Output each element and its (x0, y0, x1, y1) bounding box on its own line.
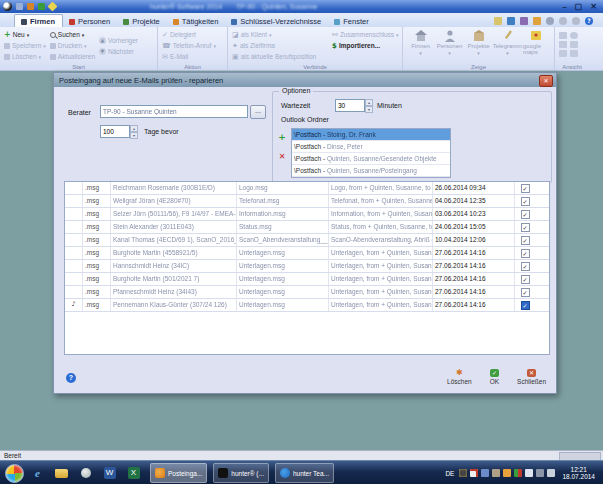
menu-tab[interactable]: Projekte (117, 15, 167, 27)
statistics-icon[interactable] (507, 17, 515, 25)
ok-button[interactable]: ✓ OK (490, 369, 499, 385)
table-row[interactable]: .msg Pfanneschmidt Heinz (34I43) Unterla… (65, 286, 549, 299)
cell-checkbox[interactable] (515, 182, 535, 194)
tray-icon[interactable] (492, 469, 500, 477)
email-button[interactable]: ✉E-Mail (162, 51, 224, 62)
filter-view-icon[interactable] (570, 50, 578, 57)
quick-access-new-icon[interactable] (38, 3, 45, 10)
menu-tab[interactable]: Schlüssel-Verzeichnisse (225, 15, 328, 27)
shield-icon[interactable] (503, 469, 511, 477)
search-icon[interactable] (546, 17, 554, 25)
spin-down-icon[interactable]: ▾ (130, 132, 138, 139)
table-row[interactable]: ♪ .msg Pennemann Klaus-Günter (307/24 12… (65, 299, 549, 312)
als-zielfirma-button[interactable]: ✦als Zielfirma (232, 40, 328, 51)
tage-field[interactable] (100, 125, 130, 138)
contacts-icon[interactable] (520, 17, 528, 25)
user-icon[interactable] (572, 17, 580, 25)
notes-icon[interactable] (494, 17, 502, 25)
cell-checkbox[interactable] (515, 273, 535, 285)
cell-checkbox[interactable] (515, 208, 535, 220)
delegiert-button[interactable]: ✓Delegiert (162, 29, 224, 40)
vorheriger-button[interactable]: ▲Vorheriger (99, 35, 138, 46)
dialog-close-icon[interactable]: ✕ (539, 75, 553, 87)
neu-button[interactable]: +Neu▾ (4, 29, 46, 40)
cell-checkbox[interactable] (515, 221, 535, 233)
cell-checkbox[interactable] (515, 247, 535, 259)
browse-button[interactable]: ... (250, 105, 266, 119)
cell-checkbox[interactable] (515, 260, 535, 272)
word-icon[interactable]: W (102, 466, 117, 481)
start-button[interactable] (5, 464, 24, 483)
loeschen-button[interactable]: Löschen▾ (4, 51, 46, 62)
folder-item[interactable]: \Postfach - Dinse, Peter (292, 141, 450, 153)
naechster-button[interactable]: ▼Nächster (99, 46, 138, 57)
tage-spinner[interactable]: ▴▾ (100, 125, 138, 139)
volume-icon[interactable] (547, 469, 555, 477)
tray-icon[interactable] (459, 469, 467, 477)
network-icon[interactable] (536, 469, 544, 477)
cell-checkbox[interactable] (515, 234, 535, 246)
card-view-icon[interactable] (559, 50, 567, 57)
als-klient-button[interactable]: ◪als Klient▾ (232, 29, 328, 40)
wartezeit-field[interactable] (335, 99, 365, 112)
table-row[interactable]: .msg Burgholte Martin (501/2021 7) Unter… (65, 273, 549, 286)
zeige-firmen-button[interactable]: Firmen▾ (407, 29, 434, 56)
drucken-button[interactable]: Drucken▾ (50, 40, 95, 51)
menu-tab[interactable]: Firmen (14, 14, 63, 27)
wartezeit-spinner[interactable]: ▴▾ (335, 99, 373, 113)
close-button[interactable]: ✕ (590, 0, 597, 13)
add-folder-icon[interactable]: + (277, 132, 287, 142)
quick-access-mail-icon[interactable] (27, 3, 34, 10)
aktualisieren-button[interactable]: Aktualisieren (50, 51, 95, 62)
speichern-button[interactable]: Speichern▾ (4, 40, 46, 51)
zeige-personen-button[interactable]: Personen▾ (436, 29, 463, 56)
zusammenschluss-button[interactable]: ⚯Zusammenschluss▾ (332, 29, 399, 40)
suchen-button[interactable]: Suchen▾ (50, 29, 95, 40)
menu-tab[interactable]: Tätigkeiten (167, 15, 226, 27)
google-maps-button[interactable]: google maps (523, 29, 549, 56)
table-row[interactable]: .msg Hannschmidt Heinz (34IC) Unterlagen… (65, 260, 549, 273)
menu-tab[interactable]: Fenster (328, 15, 375, 27)
sort-view-icon[interactable] (570, 41, 578, 48)
media-icon[interactable] (78, 466, 93, 481)
tray-icon[interactable] (481, 469, 489, 477)
minimize-button[interactable]: – (562, 0, 566, 13)
record-icon[interactable] (559, 17, 567, 25)
taskbar-window-hunter[interactable]: hunter® (... (213, 463, 269, 483)
flag-icon[interactable] (525, 469, 533, 477)
als-berufsposition-button[interactable]: ▣als aktuelle Berufsposition (232, 51, 328, 62)
table-row[interactable]: .msg Wellgraf Jöran (4E280#70) Telefonat… (65, 195, 549, 208)
clock[interactable]: 12:21 18.07.2014 (558, 466, 599, 480)
list-view-icon[interactable] (559, 32, 567, 39)
explorer-folder-icon[interactable] (54, 466, 69, 481)
table-row[interactable]: .msg Selzer Jörn (50111/56), F9 1/4/97 -… (65, 208, 549, 221)
table-row[interactable]: .msg Reichmann Rosemarie (300B1E/D) Logo… (65, 182, 549, 195)
zoom-view-icon[interactable] (570, 32, 578, 39)
zeige-projekte-button[interactable]: Projekte▾ (465, 29, 492, 56)
cell-checkbox[interactable] (515, 286, 535, 298)
cell-checkbox[interactable] (515, 299, 535, 311)
zeige-telegramm-button[interactable]: Telegramm▾ (494, 29, 521, 56)
schliessen-button[interactable]: ✕ Schließen (517, 369, 546, 385)
remove-folder-icon[interactable]: ✕ (277, 152, 287, 162)
favorites-icon[interactable] (533, 17, 541, 25)
taskbar-window-teamviewer[interactable]: hunter Tea... (275, 463, 334, 483)
help-icon[interactable]: ? (585, 17, 593, 25)
dialog-titlebar[interactable]: Posteingang auf neue E-Mails prüfen - re… (54, 73, 556, 87)
cell-checkbox[interactable] (515, 195, 535, 207)
maximize-button[interactable]: ▢ (575, 0, 583, 13)
excel-icon[interactable]: X (126, 466, 141, 481)
spin-up-icon[interactable]: ▴ (130, 125, 138, 132)
language-indicator[interactable]: DE (445, 470, 454, 477)
table-row[interactable]: .msg Kanal Thomas (4ECD/69 1), ScanO_201… (65, 234, 549, 247)
quick-access-save-icon[interactable] (16, 3, 23, 10)
folder-item[interactable]: \Postfach - Quinten, Susanne/Gesendete O… (292, 153, 450, 165)
menu-tab[interactable]: Personen (63, 15, 117, 27)
grid-view-icon[interactable] (559, 41, 567, 48)
tray-icon[interactable] (470, 469, 478, 477)
table-row[interactable]: .msg Burgholte Martin (4558921/5) Unterl… (65, 247, 549, 260)
folder-item[interactable]: \Postfach - Quinten, Susanne/Posteingang (292, 165, 450, 177)
berater-field[interactable] (100, 105, 248, 118)
table-row[interactable]: .msg Stein Alexander (3011E043) Status.m… (65, 221, 549, 234)
loeschen-dialog-button[interactable]: ✱ Löschen (447, 369, 472, 385)
